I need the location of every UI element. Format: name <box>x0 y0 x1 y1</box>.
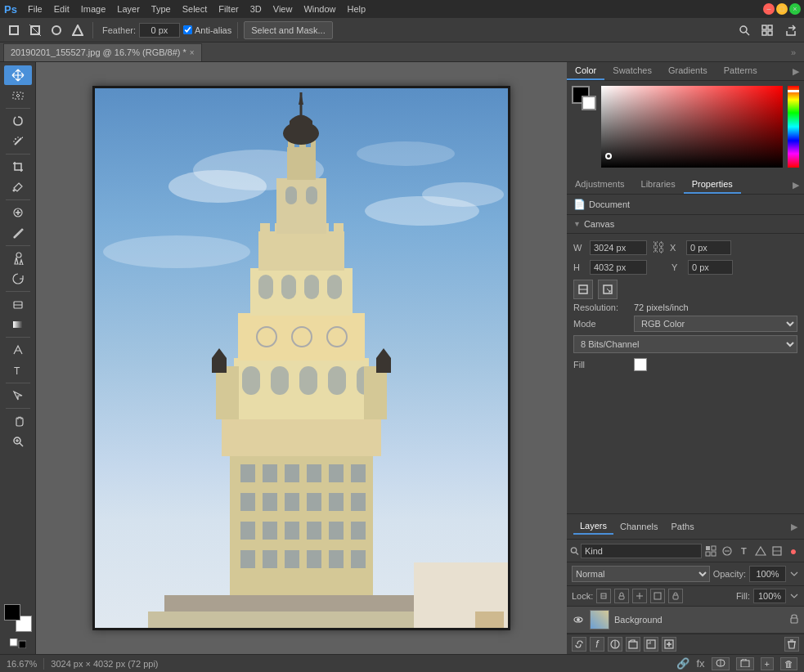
eyedropper-tool[interactable] <box>4 177 32 197</box>
menu-select[interactable]: Select <box>177 2 213 16</box>
menu-help[interactable]: Help <box>343 2 371 16</box>
menu-3d[interactable]: 3D <box>245 2 267 16</box>
tab-color[interactable]: Color <box>567 62 604 80</box>
fill-percentage-input[interactable] <box>753 589 786 603</box>
path-select-tool[interactable] <box>4 386 32 405</box>
toolbar-shape1[interactable] <box>5 21 23 39</box>
status-add-btn[interactable]: + <box>761 657 774 670</box>
select-mask-button[interactable]: Select and Mask... <box>244 21 333 39</box>
feather-input[interactable] <box>139 23 180 38</box>
tab-close-button[interactable]: × <box>190 48 195 57</box>
tab-libraries[interactable]: Libraries <box>633 176 684 194</box>
toolbar-shape2[interactable] <box>26 21 44 39</box>
spot-heal-tool[interactable] <box>4 203 32 222</box>
menu-window[interactable]: Window <box>299 2 340 16</box>
panel-collapse-btn[interactable]: » <box>786 47 801 57</box>
zoom-tool[interactable] <box>4 432 32 451</box>
height-input[interactable] <box>590 260 647 275</box>
magic-wand-tool[interactable] <box>4 132 32 151</box>
bits-select[interactable]: 8 Bits/Channel 16 Bits/Channel 32 Bits/C… <box>573 335 797 353</box>
menu-file[interactable]: File <box>23 2 47 16</box>
menu-type[interactable]: Type <box>146 2 176 16</box>
add-mask-btn[interactable] <box>608 637 622 652</box>
pen-tool[interactable] <box>4 340 32 360</box>
lock-all-btn[interactable] <box>668 589 683 603</box>
eraser-tool[interactable] <box>4 294 32 314</box>
antialias-checkbox[interactable] <box>183 25 192 34</box>
hand-tool[interactable] <box>4 411 32 431</box>
resize-canvas-btn[interactable] <box>573 280 593 299</box>
tab-properties[interactable]: Properties <box>684 176 741 194</box>
blend-mode-select[interactable]: Normal Multiply Screen Overlay <box>572 566 710 582</box>
add-layer-btn[interactable] <box>662 637 676 652</box>
layer-filter-pixel-btn[interactable] <box>703 543 718 559</box>
color-gradient-picker[interactable] <box>601 86 783 168</box>
layer-filter-smart-btn[interactable] <box>770 543 784 559</box>
status-mask-btn[interactable] <box>712 657 730 670</box>
close-button[interactable]: × <box>789 3 801 15</box>
create-group-btn[interactable] <box>626 637 640 652</box>
x-input[interactable] <box>686 240 731 255</box>
tab-channels[interactable]: Channels <box>613 519 664 534</box>
menu-edit[interactable]: Edit <box>49 2 74 16</box>
foreground-color-chip[interactable] <box>4 604 20 620</box>
gradient-tool[interactable] <box>4 315 32 334</box>
mode-select[interactable]: RGB Color CMYK Color Grayscale <box>634 316 797 332</box>
tab-swatches[interactable]: Swatches <box>604 62 660 80</box>
canvas-area[interactable] <box>36 62 567 654</box>
layer-filter-adj-btn[interactable] <box>720 543 734 559</box>
link-icon[interactable]: ⛓ <box>650 240 667 255</box>
color-chips[interactable] <box>4 604 32 632</box>
fill-swatch[interactable] <box>634 358 647 371</box>
menu-view[interactable]: View <box>268 2 298 16</box>
crop-tool[interactable] <box>4 157 32 177</box>
canvas-section-header[interactable]: ▼ Canvas <box>567 215 804 234</box>
hue-bar[interactable] <box>788 86 799 168</box>
search-button[interactable] <box>735 21 753 39</box>
status-link-btn[interactable]: 🔗 <box>676 657 689 670</box>
document-section-header[interactable]: 📄 Document <box>567 195 804 215</box>
layer-row-background[interactable]: Background <box>567 607 804 634</box>
link-layers-btn[interactable] <box>572 637 586 652</box>
layer-filter-text-btn[interactable]: T <box>736 543 751 559</box>
resize-image-btn[interactable] <box>598 280 618 299</box>
tab-paths[interactable]: Paths <box>665 519 701 534</box>
properties-panel-menu[interactable]: ▶ <box>788 177 804 194</box>
lasso-tool[interactable] <box>4 111 32 131</box>
document-tab[interactable]: 20190201_155527.jpg @ 16.7% (RGB/8#) * × <box>3 43 202 61</box>
marquee-tool[interactable] <box>4 86 32 105</box>
opacity-chevron-icon[interactable] <box>789 569 799 579</box>
y-input[interactable] <box>688 260 733 275</box>
delete-layer-btn[interactable] <box>784 637 799 652</box>
layers-panel-menu[interactable]: ▶ <box>791 522 797 532</box>
history-brush-tool[interactable] <box>4 269 32 289</box>
fg-bg-chip[interactable] <box>572 86 596 110</box>
minimize-button[interactable]: – <box>763 3 775 15</box>
maximize-button[interactable]: □ <box>776 3 788 15</box>
clone-stamp-tool[interactable] <box>4 249 32 268</box>
opacity-input[interactable] <box>749 566 786 582</box>
menu-image[interactable]: Image <box>76 2 111 16</box>
text-tool[interactable]: T <box>4 361 32 380</box>
fill-chevron-icon[interactable] <box>789 591 799 601</box>
toolbar-shape3[interactable] <box>47 21 65 39</box>
menu-layer[interactable]: Layer <box>112 2 145 16</box>
layer-visibility-eye[interactable] <box>572 613 585 626</box>
brush-tool[interactable] <box>4 223 32 243</box>
menu-filter[interactable]: Filter <box>213 2 243 16</box>
lock-image-btn[interactable] <box>614 589 629 603</box>
status-delete-btn[interactable]: 🗑 <box>780 657 797 670</box>
color-panel-menu[interactable]: ▶ <box>788 63 804 80</box>
tab-patterns[interactable]: Patterns <box>716 62 766 80</box>
layer-filter-toggle-btn[interactable]: ● <box>786 543 801 559</box>
toolbar-shape4[interactable] <box>69 21 87 39</box>
create-adjustment-btn[interactable] <box>644 637 658 652</box>
move-tool[interactable] <box>4 65 32 85</box>
tab-gradients[interactable]: Gradients <box>660 62 716 80</box>
width-input[interactable] <box>590 240 647 255</box>
arrange-button[interactable] <box>758 21 776 39</box>
layers-search-input[interactable] <box>581 544 702 558</box>
lock-position-btn[interactable] <box>632 589 647 603</box>
add-style-btn[interactable]: f <box>590 637 604 652</box>
tab-adjustments[interactable]: Adjustments <box>567 176 633 194</box>
